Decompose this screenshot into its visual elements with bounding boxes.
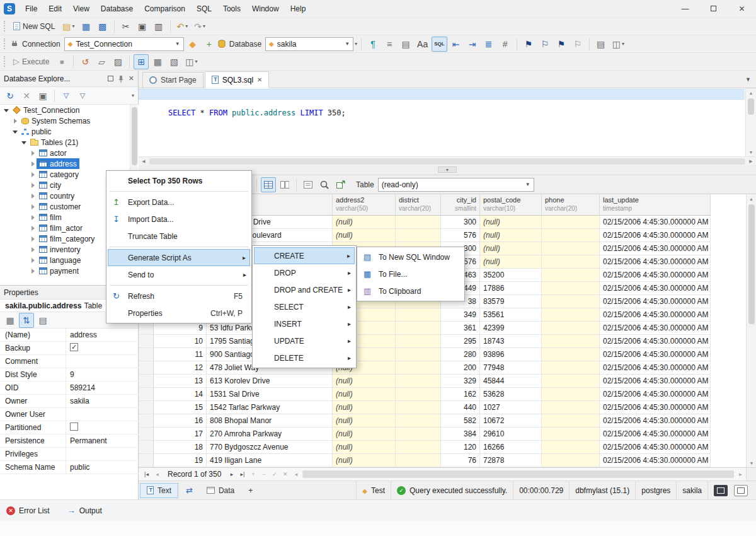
cell-city-id[interactable]: 76 bbox=[441, 454, 480, 467]
cell-phone[interactable] bbox=[542, 454, 600, 467]
cell-district[interactable] bbox=[396, 348, 441, 361]
menubar-item[interactable]: Database bbox=[95, 0, 139, 18]
cell-phone[interactable] bbox=[542, 401, 600, 414]
next-bookmark-icon[interactable]: ⚑ bbox=[554, 37, 569, 52]
tree-item[interactable]: Tables (21) bbox=[0, 137, 139, 148]
cell-city-id[interactable]: 440 bbox=[441, 401, 480, 414]
cell-address-id[interactable]: 13 bbox=[154, 375, 207, 388]
column-header[interactable]: phonevarchar(20) bbox=[542, 194, 600, 216]
redo-button[interactable]: ↷ ▾ bbox=[192, 19, 208, 34]
sql-formatting-icon[interactable]: SQL bbox=[432, 37, 447, 52]
column-header[interactable]: last_updatetimestamp bbox=[600, 194, 711, 216]
append-record-button[interactable]: + bbox=[248, 469, 258, 480]
filter-icon[interactable]: ▽ bbox=[59, 88, 74, 103]
cell-last-update[interactable]: 02/15/2006 4:45:30.000000 AM AD bbox=[600, 428, 711, 441]
cell-postal-code[interactable]: 35200 bbox=[480, 269, 542, 282]
tab-list-chevron[interactable]: ▼ bbox=[745, 76, 751, 83]
change-case-icon[interactable]: Aa bbox=[415, 37, 430, 52]
refresh-icon[interactable]: ↻ bbox=[3, 88, 18, 103]
categorized-icon[interactable]: ▦ bbox=[3, 313, 18, 328]
float-window-icon[interactable] bbox=[108, 76, 113, 81]
cell-address2[interactable]: (null) bbox=[333, 229, 396, 242]
context-menu-item[interactable]: ↻ Refresh F5 bbox=[108, 288, 250, 305]
property-value[interactable]: 589214 bbox=[66, 382, 139, 394]
connection-properties-icon[interactable]: + bbox=[202, 37, 217, 52]
cell-district[interactable] bbox=[396, 401, 441, 414]
error-list-button[interactable]: Error List bbox=[6, 506, 50, 515]
toolbar-grip[interactable] bbox=[4, 21, 6, 32]
cell-address[interactable]: 419 Iligan Lane bbox=[207, 454, 333, 467]
cell-address-id[interactable]: 11 bbox=[154, 348, 207, 361]
cell-address-id[interactable]: 19 bbox=[154, 454, 207, 467]
save-button[interactable]: ▦ bbox=[79, 19, 94, 34]
cell-address-id[interactable]: 14 bbox=[154, 388, 207, 401]
scroll-left-arrow[interactable]: ◂ bbox=[290, 469, 301, 480]
cell-phone[interactable] bbox=[542, 322, 600, 335]
cell-last-update[interactable]: 02/15/2006 4:45:30.000000 AM AD bbox=[600, 322, 711, 335]
cell-postal-code[interactable]: (null) bbox=[480, 242, 542, 255]
submenu-item[interactable]: ▤ To New SQL Window bbox=[358, 248, 463, 265]
cell-last-update[interactable]: 02/15/2006 4:45:30.000000 AM AD bbox=[600, 414, 711, 428]
submenu-item[interactable]: ▦ To File... bbox=[358, 265, 463, 283]
grid-row[interactable]: 17 270 Amroha Parkway (null) 384 29610 0… bbox=[139, 428, 746, 441]
cell-postal-code[interactable]: 77948 bbox=[480, 361, 542, 375]
cell-district[interactable] bbox=[396, 428, 441, 441]
new-connection-icon[interactable]: ◆ bbox=[185, 37, 200, 52]
disconnect-icon[interactable]: ✕ bbox=[19, 88, 34, 103]
cell-district[interactable] bbox=[396, 335, 441, 348]
cell-postal-code[interactable]: 83579 bbox=[480, 295, 542, 308]
snippet-icon[interactable]: ▤ bbox=[398, 37, 413, 52]
custom-filter-icon[interactable]: ▽ bbox=[75, 88, 90, 103]
scroll-up-arrow[interactable]: ▲ bbox=[746, 88, 756, 97]
cut-button[interactable]: ✂ bbox=[118, 19, 134, 34]
cell-last-update[interactable]: 02/15/2006 4:45:30.000000 AM AD bbox=[600, 282, 711, 295]
cell-city-id[interactable]: 349 bbox=[441, 308, 480, 322]
splitter-collapse-handle[interactable]: ▼ bbox=[438, 166, 457, 173]
cell-postal-code[interactable]: 72878 bbox=[480, 454, 542, 467]
close-tab-icon[interactable]: ✕ bbox=[257, 76, 262, 83]
layout-light-toggle-button[interactable] bbox=[734, 485, 748, 496]
close-button[interactable]: ✕ bbox=[728, 0, 756, 18]
cell-district[interactable] bbox=[396, 308, 441, 322]
sql-editor[interactable]: SELECT * FROM public.address LIMIT 350; bbox=[139, 88, 756, 156]
submenu-item[interactable]: ▥ To Clipboard bbox=[358, 283, 463, 300]
cell-city-id[interactable]: 162 bbox=[441, 388, 480, 401]
column-header[interactable]: city_idsmallint bbox=[441, 194, 480, 216]
cell-address[interactable]: 770 Bydgoszcz Avenue bbox=[207, 441, 333, 454]
cell-district[interactable] bbox=[396, 361, 441, 375]
cell-address-id[interactable]: 15 bbox=[154, 401, 207, 414]
cell-last-update[interactable]: 02/15/2006 4:45:30.000000 AM AD bbox=[600, 454, 711, 467]
scroll-down-arrow[interactable]: ▼ bbox=[746, 148, 756, 156]
window-layout-icon[interactable]: ◫ ▾ bbox=[610, 37, 627, 52]
scroll-left-arrow[interactable]: ◀ bbox=[139, 159, 149, 164]
grid-row[interactable]: 19 419 Iligan Lane (null) 76 72878 02/15… bbox=[139, 454, 746, 467]
cell-phone[interactable] bbox=[542, 335, 600, 348]
expand-chevron-icon[interactable] bbox=[29, 267, 37, 275]
cell-phone[interactable] bbox=[542, 348, 600, 361]
cell-postal-code[interactable]: 93896 bbox=[480, 348, 542, 361]
duplicate-icon[interactable]: ▣ bbox=[35, 88, 50, 103]
prev-bookmark-icon[interactable]: ⚐ bbox=[537, 37, 553, 52]
menubar-item[interactable]: SQL bbox=[191, 0, 217, 18]
cell-last-update[interactable]: 02/15/2006 4:45:30.000000 AM AD bbox=[600, 375, 711, 388]
cell-address2[interactable]: (null) bbox=[333, 388, 396, 401]
expand-chevron-icon[interactable] bbox=[11, 117, 19, 125]
menubar-item[interactable]: Help bbox=[285, 0, 312, 18]
cell-district[interactable] bbox=[396, 388, 441, 401]
cell-phone[interactable] bbox=[542, 269, 600, 282]
swap-view-icon[interactable] bbox=[180, 483, 199, 498]
cell-last-update[interactable]: 02/15/2006 4:45:30.000000 AM AD bbox=[600, 295, 711, 308]
submenu-item[interactable]: DROP and CREATE ▸ bbox=[254, 281, 355, 298]
grid-row[interactable]: 11 900 Santiago de Compostela Parkway (n… bbox=[139, 348, 746, 361]
cell-postal-code[interactable]: 18743 bbox=[480, 335, 542, 348]
indent-increase-icon[interactable]: ⇥ bbox=[465, 37, 480, 52]
grid-row[interactable]: 10 1795 Santiago de Compostela Way (null… bbox=[139, 335, 746, 348]
cell-phone[interactable] bbox=[542, 375, 600, 388]
expand-chevron-icon[interactable] bbox=[29, 171, 37, 178]
results-grid-icon[interactable]: ⊞ bbox=[134, 54, 149, 69]
context-menu-item[interactable]: Properties Ctrl+W, P bbox=[108, 305, 250, 322]
data-view-icon[interactable]: Data bbox=[200, 483, 241, 498]
cell-postal-code[interactable]: (null) bbox=[480, 255, 542, 269]
toolbar-grip[interactable] bbox=[4, 38, 6, 49]
text-view-icon[interactable]: Text bbox=[140, 483, 178, 498]
